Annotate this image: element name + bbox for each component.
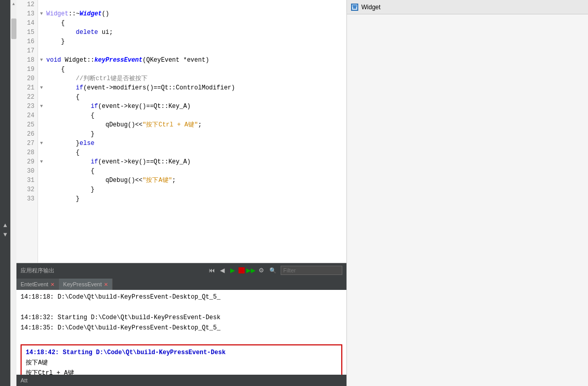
- highlight-box: 14:18:42: Starting D:\Code\Qt\build-KeyP…: [21, 344, 342, 375]
- output-line-5: [21, 333, 342, 343]
- line-number-27: 27: [16, 139, 38, 148]
- line-number-16: 16: [16, 37, 38, 46]
- code-line-14: {: [40, 19, 346, 28]
- fold-arrow-24: [40, 111, 46, 120]
- fold-arrow-18[interactable]: ▼: [40, 56, 46, 65]
- line-number-23: 23: [16, 102, 38, 111]
- tab-entertevent-close[interactable]: ✕: [50, 282, 54, 287]
- output-line-2: [21, 302, 342, 313]
- code-line-15: delete ui;: [40, 28, 346, 37]
- line-number-18: 18: [16, 56, 38, 65]
- code-line-20: //判断ctrl键是否被按下: [40, 74, 346, 83]
- line-number-22: 22: [16, 93, 38, 102]
- scroll-thumb[interactable]: [11, 19, 16, 39]
- fold-arrow-33: [40, 194, 46, 204]
- code-line-23: ▼ if(event->key()==Qt::Key_A): [40, 102, 346, 111]
- code-line-32: }: [40, 185, 346, 194]
- line-number-32: 32: [16, 185, 38, 194]
- line-number-14: 14: [16, 19, 38, 28]
- bottom-status-text: Att: [21, 377, 27, 383]
- fold-arrow-14: [40, 19, 46, 28]
- line-number-28: 28: [16, 148, 38, 157]
- code-line-25: qDebug()<<"按下Ctrl + A键";: [40, 120, 346, 130]
- svg-rect-1: [353, 5, 357, 7]
- fold-arrow-13[interactable]: ▼: [40, 9, 46, 19]
- code-line-13: ▼Widget::~Widget(): [40, 9, 346, 19]
- fold-arrow-15: [40, 28, 46, 37]
- code-line-29: ▼ if(event->key()==Qt::Key_A): [40, 157, 346, 167]
- code-line-17: [40, 46, 346, 56]
- code-line-27: ▼ }else: [40, 139, 346, 148]
- line-number-24: 24: [16, 111, 38, 120]
- fold-arrow-23[interactable]: ▼: [40, 102, 46, 111]
- line-number-25: 25: [16, 120, 38, 130]
- scroll-down-arrow[interactable]: ▼: [3, 231, 7, 238]
- toolbar-run-btn[interactable]: ▶: [228, 266, 236, 274]
- line-number-26: 26: [16, 130, 38, 139]
- code-line-33: }: [40, 194, 346, 204]
- code-line-30: {: [40, 167, 346, 176]
- line-number-31: 31: [16, 176, 38, 185]
- output-content[interactable]: 14:18:18: D:\Code\Qt\build-KeyPressEvent…: [16, 290, 346, 375]
- fold-arrow-21[interactable]: ▼: [40, 83, 46, 93]
- line-number-19: 19: [16, 65, 38, 74]
- line-number-17: 17: [16, 46, 38, 56]
- scroll-up-arrow[interactable]: ▲: [3, 222, 7, 229]
- fold-arrow-12: [40, 0, 46, 9]
- bottom-panel: 应用程序输出 ⏮ ◀ ▶ ▶▶ ⚙ 🔍 EntetEvent ✕ KeyPres…: [16, 263, 346, 386]
- scroll-arrow-up[interactable]: ▲: [12, 0, 15, 8]
- line-number-29: 29: [16, 157, 38, 167]
- line-numbers: 1213141516171819202122232425262728293031…: [16, 0, 38, 263]
- fold-arrow-19: [40, 65, 46, 74]
- code-line-22: {: [40, 93, 346, 102]
- fold-arrow-27[interactable]: ▼: [40, 139, 46, 148]
- tab-bar: EntetEvent ✕ KeyPressEvent ✕: [16, 278, 346, 290]
- toolbar-debug-btn[interactable]: ▶▶: [247, 266, 255, 274]
- editor-area: 1213141516171819202122232425262728293031…: [16, 0, 346, 386]
- code-line-18: ▼void Widget::keyPressEvent(QKeyEvent *e…: [40, 56, 346, 65]
- toolbar-stop-btn[interactable]: [238, 267, 245, 273]
- output-highlight-line-1: 14:18:42: Starting D:\Code\Qt\build-KeyP…: [26, 347, 337, 358]
- code-line-24: {: [40, 111, 346, 120]
- fold-arrow-16: [40, 37, 46, 46]
- widget-title: Widget: [361, 4, 380, 11]
- code-line-19: {: [40, 65, 346, 74]
- bottom-status-bar: Att: [16, 375, 346, 386]
- toolbar-rerun-btn[interactable]: ⏮: [208, 266, 216, 274]
- tab-entertevent-label: EntetEvent: [21, 281, 48, 287]
- tab-keypressevent[interactable]: KeyPressEvent ✕: [59, 279, 113, 290]
- fold-arrow-17: [40, 46, 46, 56]
- output-line-1: 14:18:18: D:\Code\Qt\build-KeyPressEvent…: [21, 292, 342, 302]
- line-number-30: 30: [16, 167, 38, 176]
- code-line-31: qDebug()<<"按下A键";: [40, 176, 346, 185]
- fold-arrow-30: [40, 167, 46, 176]
- left-scrollbar[interactable]: ▲: [10, 0, 16, 386]
- filter-input[interactable]: [281, 266, 342, 275]
- tab-entertevent[interactable]: EntetEvent ✕: [16, 279, 59, 290]
- line-number-13: 13: [16, 9, 38, 19]
- tab-keypressevent-close[interactable]: ✕: [104, 282, 108, 287]
- fold-arrow-26: [40, 130, 46, 139]
- widget-titlebar: Widget: [347, 0, 588, 14]
- output-toolbar: 应用程序输出 ⏮ ◀ ▶ ▶▶ ⚙ 🔍: [16, 263, 346, 278]
- code-editor: 1213141516171819202122232425262728293031…: [16, 0, 346, 263]
- line-number-12: 12: [16, 0, 38, 9]
- code-line-28: {: [40, 148, 346, 157]
- fold-arrow-29[interactable]: ▼: [40, 157, 46, 167]
- output-label: 应用程序输出: [21, 267, 54, 274]
- output-highlight-line-3: 按下Ctrl + A键: [26, 368, 337, 375]
- code-content[interactable]: ▼Widget::~Widget() { delete ui; } ▼void …: [38, 0, 346, 263]
- line-number-33: 33: [16, 194, 38, 204]
- line-number-15: 15: [16, 28, 38, 37]
- right-panel: Widget: [346, 0, 588, 386]
- widget-icon: [351, 4, 358, 11]
- toolbar-settings-btn[interactable]: ⚙: [257, 266, 265, 274]
- code-line-16: }: [40, 37, 346, 46]
- widget-body: [347, 14, 588, 386]
- output-line-4: 14:18:35: D:\Code\Qt\build-KeyPressEvent…: [21, 323, 342, 333]
- fold-arrow-31: [40, 176, 46, 185]
- main-container: ▲ ▼ ▲ 1213141516171819202122232425262728…: [0, 0, 588, 386]
- code-line-12: [40, 0, 346, 9]
- toolbar-prev-btn[interactable]: ◀: [218, 266, 226, 274]
- line-number-21: 21: [16, 83, 38, 93]
